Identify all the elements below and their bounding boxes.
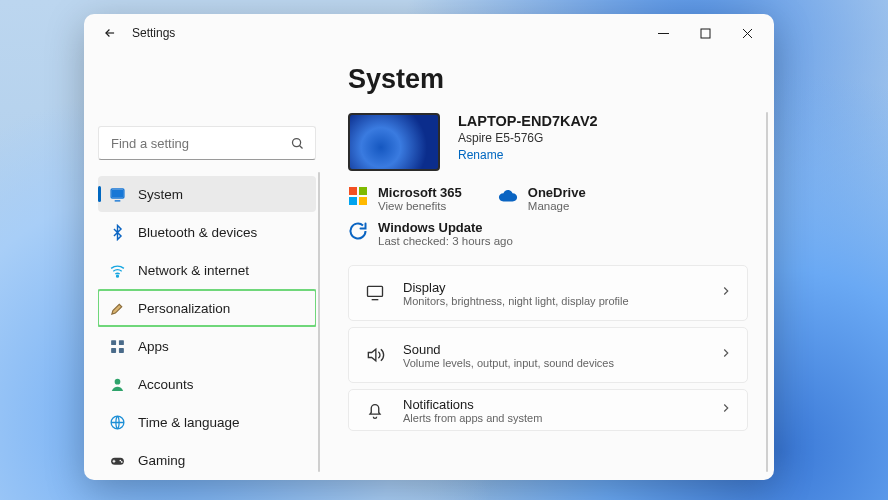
- card-subtitle: Monitors, brightness, night light, displ…: [403, 295, 719, 307]
- sidebar-item-system[interactable]: System: [98, 176, 316, 212]
- person-icon: [108, 375, 126, 393]
- bluetooth-icon: [108, 223, 126, 241]
- maximize-button[interactable]: [684, 18, 726, 48]
- arrow-left-icon: [103, 26, 117, 40]
- system-icon: [108, 185, 126, 203]
- svg-point-13: [120, 461, 122, 463]
- service-sub: Manage: [528, 200, 586, 212]
- device-block: LAPTOP-END7KAV2 Aspire E5-576G Rename: [348, 113, 748, 171]
- svg-point-4: [116, 275, 118, 277]
- device-thumbnail: [348, 113, 440, 171]
- sidebar-item-bluetooth[interactable]: Bluetooth & devices: [98, 214, 316, 250]
- windows-update-tile[interactable]: Windows Update Last checked: 3 hours ago: [348, 220, 748, 247]
- svg-rect-8: [118, 347, 123, 352]
- svg-rect-14: [368, 286, 383, 296]
- settings-card-sound[interactable]: Sound Volume levels, output, input, soun…: [348, 327, 748, 383]
- sound-icon: [363, 345, 387, 365]
- maximize-icon: [700, 28, 711, 39]
- update-sub: Last checked: 3 hours ago: [378, 235, 513, 247]
- sidebar: System Bluetooth & devices Network & int…: [84, 52, 324, 480]
- sidebar-item-apps[interactable]: Apps: [98, 328, 316, 364]
- svg-point-1: [293, 138, 301, 146]
- sidebar-item-label: Apps: [138, 339, 169, 354]
- paintbrush-icon: [108, 299, 126, 317]
- sidebar-item-label: Bluetooth & devices: [138, 225, 257, 240]
- sidebar-item-label: Gaming: [138, 453, 185, 468]
- svg-rect-3: [111, 189, 122, 197]
- close-icon: [742, 28, 753, 39]
- back-button[interactable]: [98, 21, 122, 45]
- sidebar-item-network[interactable]: Network & internet: [98, 252, 316, 288]
- device-name: LAPTOP-END7KAV2: [458, 113, 598, 129]
- window-body: System Bluetooth & devices Network & int…: [84, 52, 774, 480]
- gamepad-icon: [108, 451, 126, 469]
- minimize-icon: [658, 28, 669, 39]
- sidebar-item-label: System: [138, 187, 183, 202]
- sidebar-item-time-language[interactable]: Time & language: [98, 404, 316, 440]
- card-title: Sound: [403, 342, 719, 357]
- onedrive-icon: [498, 186, 518, 206]
- card-title: Notifications: [403, 397, 719, 412]
- card-subtitle: Alerts from apps and system: [403, 412, 719, 424]
- sidebar-item-personalization[interactable]: Personalization: [98, 290, 316, 326]
- svg-rect-7: [111, 347, 116, 352]
- notifications-icon: [363, 400, 387, 420]
- rename-link[interactable]: Rename: [458, 148, 503, 162]
- service-name: OneDrive: [528, 185, 586, 200]
- search-icon: [290, 136, 305, 151]
- chevron-right-icon: [719, 346, 733, 364]
- svg-point-12: [119, 459, 121, 461]
- onedrive-tile[interactable]: OneDrive Manage: [498, 185, 586, 212]
- microsoft-365-icon: [348, 186, 368, 206]
- service-sub: View benefits: [378, 200, 462, 212]
- update-name: Windows Update: [378, 220, 513, 235]
- settings-card-list: Display Monitors, brightness, night ligh…: [348, 265, 748, 431]
- search-box[interactable]: [98, 126, 316, 160]
- sidebar-item-label: Time & language: [138, 415, 240, 430]
- settings-card-display[interactable]: Display Monitors, brightness, night ligh…: [348, 265, 748, 321]
- svg-rect-0: [701, 29, 710, 38]
- globe-icon: [108, 413, 126, 431]
- chevron-right-icon: [719, 401, 733, 419]
- microsoft-365-tile[interactable]: Microsoft 365 View benefits: [348, 185, 462, 212]
- card-subtitle: Volume levels, output, input, sound devi…: [403, 357, 719, 369]
- page-title: System: [348, 64, 748, 95]
- chevron-right-icon: [719, 284, 733, 302]
- card-title: Display: [403, 280, 719, 295]
- close-button[interactable]: [726, 18, 768, 48]
- svg-rect-5: [111, 340, 116, 345]
- main-scrollbar[interactable]: [766, 112, 768, 472]
- sidebar-nav: System Bluetooth & devices Network & int…: [98, 176, 316, 478]
- settings-window: Settings System Bluetooth & devices Netw…: [84, 14, 774, 480]
- service-name: Microsoft 365: [378, 185, 462, 200]
- titlebar: Settings: [84, 14, 774, 52]
- window-title: Settings: [132, 26, 175, 40]
- sidebar-item-accounts[interactable]: Accounts: [98, 366, 316, 402]
- settings-card-notifications[interactable]: Notifications Alerts from apps and syste…: [348, 389, 748, 431]
- svg-rect-6: [118, 340, 123, 345]
- apps-icon: [108, 337, 126, 355]
- sidebar-scrollbar[interactable]: [318, 172, 320, 472]
- svg-point-9: [114, 378, 120, 384]
- search-input[interactable]: [109, 135, 290, 152]
- sidebar-item-gaming[interactable]: Gaming: [98, 442, 316, 478]
- sidebar-item-label: Personalization: [138, 301, 230, 316]
- services-row: Microsoft 365 View benefits OneDrive Man…: [348, 185, 748, 212]
- display-icon: [363, 283, 387, 303]
- wifi-icon: [108, 261, 126, 279]
- windows-update-icon: [348, 221, 368, 241]
- minimize-button[interactable]: [642, 18, 684, 48]
- device-model: Aspire E5-576G: [458, 131, 598, 145]
- sidebar-item-label: Accounts: [138, 377, 194, 392]
- sidebar-item-label: Network & internet: [138, 263, 249, 278]
- main-pane: System LAPTOP-END7KAV2 Aspire E5-576G Re…: [324, 52, 774, 480]
